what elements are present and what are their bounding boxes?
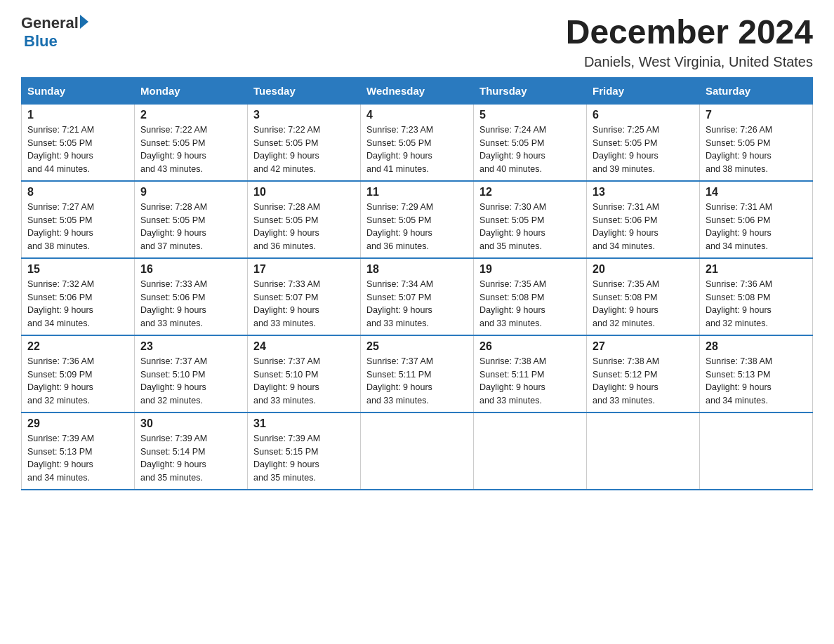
calendar-cell: 30Sunrise: 7:39 AMSunset: 5:14 PMDayligh… <box>135 412 248 490</box>
day-info: Sunrise: 7:23 AMSunset: 5:05 PMDaylight:… <box>366 123 468 176</box>
day-number: 5 <box>479 109 581 121</box>
header-wednesday: Wednesday <box>361 77 474 104</box>
day-info: Sunrise: 7:39 AMSunset: 5:15 PMDaylight:… <box>253 432 355 485</box>
calendar-cell <box>474 412 587 490</box>
day-info: Sunrise: 7:39 AMSunset: 5:14 PMDaylight:… <box>140 432 241 485</box>
calendar-cell: 26Sunrise: 7:38 AMSunset: 5:11 PMDayligh… <box>474 335 587 412</box>
calendar-cell: 19Sunrise: 7:35 AMSunset: 5:08 PMDayligh… <box>474 258 587 335</box>
day-info: Sunrise: 7:27 AMSunset: 5:05 PMDaylight:… <box>27 201 128 253</box>
calendar-cell: 22Sunrise: 7:36 AMSunset: 5:09 PMDayligh… <box>22 335 135 412</box>
calendar-cell: 29Sunrise: 7:39 AMSunset: 5:13 PMDayligh… <box>22 412 135 490</box>
day-number: 23 <box>140 340 241 353</box>
header-saturday: Saturday <box>700 77 813 104</box>
calendar-cell: 8Sunrise: 7:27 AMSunset: 5:05 PMDaylight… <box>22 181 135 258</box>
calendar-cell: 16Sunrise: 7:33 AMSunset: 5:06 PMDayligh… <box>135 258 248 335</box>
day-number: 12 <box>479 186 581 199</box>
calendar-cell: 23Sunrise: 7:37 AMSunset: 5:10 PMDayligh… <box>135 335 248 412</box>
header-friday: Friday <box>587 77 700 104</box>
day-number: 27 <box>593 340 694 353</box>
day-info: Sunrise: 7:22 AMSunset: 5:05 PMDaylight:… <box>140 123 241 176</box>
day-number: 26 <box>479 340 581 353</box>
header-thursday: Thursday <box>474 77 587 104</box>
calendar-cell: 20Sunrise: 7:35 AMSunset: 5:08 PMDayligh… <box>587 258 700 335</box>
calendar-body: 1Sunrise: 7:21 AMSunset: 5:05 PMDaylight… <box>22 104 813 490</box>
calendar-title-section: December 2024 Daniels, West Virginia, Un… <box>566 14 813 70</box>
calendar-cell: 28Sunrise: 7:38 AMSunset: 5:13 PMDayligh… <box>700 335 813 412</box>
header-monday: Monday <box>135 77 248 104</box>
calendar-cell: 15Sunrise: 7:32 AMSunset: 5:06 PMDayligh… <box>22 258 135 335</box>
day-number: 28 <box>706 340 807 353</box>
calendar-table: SundayMondayTuesdayWednesdayThursdayFrid… <box>21 77 813 490</box>
day-info: Sunrise: 7:25 AMSunset: 5:05 PMDaylight:… <box>593 123 694 176</box>
day-info: Sunrise: 7:24 AMSunset: 5:05 PMDaylight:… <box>479 123 581 176</box>
day-number: 19 <box>479 263 581 276</box>
calendar-cell: 24Sunrise: 7:37 AMSunset: 5:10 PMDayligh… <box>248 335 361 412</box>
week-row-3: 15Sunrise: 7:32 AMSunset: 5:06 PMDayligh… <box>22 258 813 335</box>
day-number: 21 <box>706 263 807 276</box>
day-info: Sunrise: 7:28 AMSunset: 5:05 PMDaylight:… <box>140 201 241 253</box>
day-number: 15 <box>27 263 128 276</box>
calendar-cell: 31Sunrise: 7:39 AMSunset: 5:15 PMDayligh… <box>248 412 361 490</box>
day-info: Sunrise: 7:36 AMSunset: 5:09 PMDaylight:… <box>27 355 128 408</box>
calendar-cell: 13Sunrise: 7:31 AMSunset: 5:06 PMDayligh… <box>587 181 700 258</box>
calendar-cell: 2Sunrise: 7:22 AMSunset: 5:05 PMDaylight… <box>135 104 248 181</box>
calendar-cell: 21Sunrise: 7:36 AMSunset: 5:08 PMDayligh… <box>700 258 813 335</box>
calendar-cell: 25Sunrise: 7:37 AMSunset: 5:11 PMDayligh… <box>361 335 474 412</box>
day-number: 8 <box>27 186 128 199</box>
day-number: 16 <box>140 263 241 276</box>
day-info: Sunrise: 7:38 AMSunset: 5:13 PMDaylight:… <box>706 355 807 408</box>
calendar-cell: 11Sunrise: 7:29 AMSunset: 5:05 PMDayligh… <box>361 181 474 258</box>
day-info: Sunrise: 7:35 AMSunset: 5:08 PMDaylight:… <box>593 278 694 330</box>
day-number: 25 <box>366 340 468 353</box>
day-number: 14 <box>706 186 807 199</box>
day-number: 18 <box>366 263 468 276</box>
day-info: Sunrise: 7:33 AMSunset: 5:07 PMDaylight:… <box>253 278 355 330</box>
calendar-cell: 18Sunrise: 7:34 AMSunset: 5:07 PMDayligh… <box>361 258 474 335</box>
calendar-cell: 12Sunrise: 7:30 AMSunset: 5:05 PMDayligh… <box>474 181 587 258</box>
day-info: Sunrise: 7:35 AMSunset: 5:08 PMDaylight:… <box>479 278 581 330</box>
day-number: 2 <box>140 109 241 121</box>
day-info: Sunrise: 7:37 AMSunset: 5:11 PMDaylight:… <box>366 355 468 408</box>
page-header: General Blue December 2024 Daniels, West… <box>21 14 813 70</box>
day-info: Sunrise: 7:29 AMSunset: 5:05 PMDaylight:… <box>366 201 468 253</box>
calendar-cell: 14Sunrise: 7:31 AMSunset: 5:06 PMDayligh… <box>700 181 813 258</box>
day-number: 7 <box>706 109 807 121</box>
calendar-cell: 3Sunrise: 7:22 AMSunset: 5:05 PMDaylight… <box>248 104 361 181</box>
header-row: SundayMondayTuesdayWednesdayThursdayFrid… <box>22 77 813 104</box>
calendar-subtitle: Daniels, West Virginia, United States <box>566 54 813 70</box>
day-info: Sunrise: 7:39 AMSunset: 5:13 PMDaylight:… <box>27 432 128 485</box>
day-info: Sunrise: 7:22 AMSunset: 5:05 PMDaylight:… <box>253 123 355 176</box>
day-number: 30 <box>140 417 241 430</box>
day-info: Sunrise: 7:36 AMSunset: 5:08 PMDaylight:… <box>706 278 807 330</box>
day-number: 17 <box>253 263 355 276</box>
day-info: Sunrise: 7:34 AMSunset: 5:07 PMDaylight:… <box>366 278 468 330</box>
calendar-cell: 10Sunrise: 7:28 AMSunset: 5:05 PMDayligh… <box>248 181 361 258</box>
day-info: Sunrise: 7:31 AMSunset: 5:06 PMDaylight:… <box>706 201 807 253</box>
week-row-2: 8Sunrise: 7:27 AMSunset: 5:05 PMDaylight… <box>22 181 813 258</box>
day-number: 20 <box>593 263 694 276</box>
day-number: 31 <box>253 417 355 430</box>
day-number: 6 <box>593 109 694 121</box>
day-info: Sunrise: 7:21 AMSunset: 5:05 PMDaylight:… <box>27 123 128 176</box>
day-info: Sunrise: 7:37 AMSunset: 5:10 PMDaylight:… <box>140 355 241 408</box>
calendar-cell <box>361 412 474 490</box>
day-number: 24 <box>253 340 355 353</box>
header-tuesday: Tuesday <box>248 77 361 104</box>
day-number: 29 <box>27 417 128 430</box>
day-info: Sunrise: 7:38 AMSunset: 5:11 PMDaylight:… <box>479 355 581 408</box>
calendar-cell <box>587 412 700 490</box>
day-info: Sunrise: 7:28 AMSunset: 5:05 PMDaylight:… <box>253 201 355 253</box>
logo-general-text: General <box>21 14 79 32</box>
day-number: 9 <box>140 186 241 199</box>
day-number: 22 <box>27 340 128 353</box>
calendar-cell: 1Sunrise: 7:21 AMSunset: 5:05 PMDaylight… <box>22 104 135 181</box>
calendar-title: December 2024 <box>566 14 813 51</box>
logo: General Blue <box>21 14 88 51</box>
day-info: Sunrise: 7:30 AMSunset: 5:05 PMDaylight:… <box>479 201 581 253</box>
day-number: 10 <box>253 186 355 199</box>
week-row-5: 29Sunrise: 7:39 AMSunset: 5:13 PMDayligh… <box>22 412 813 490</box>
header-sunday: Sunday <box>22 77 135 104</box>
day-info: Sunrise: 7:31 AMSunset: 5:06 PMDaylight:… <box>593 201 694 253</box>
week-row-1: 1Sunrise: 7:21 AMSunset: 5:05 PMDaylight… <box>22 104 813 181</box>
calendar-header: SundayMondayTuesdayWednesdayThursdayFrid… <box>22 77 813 104</box>
